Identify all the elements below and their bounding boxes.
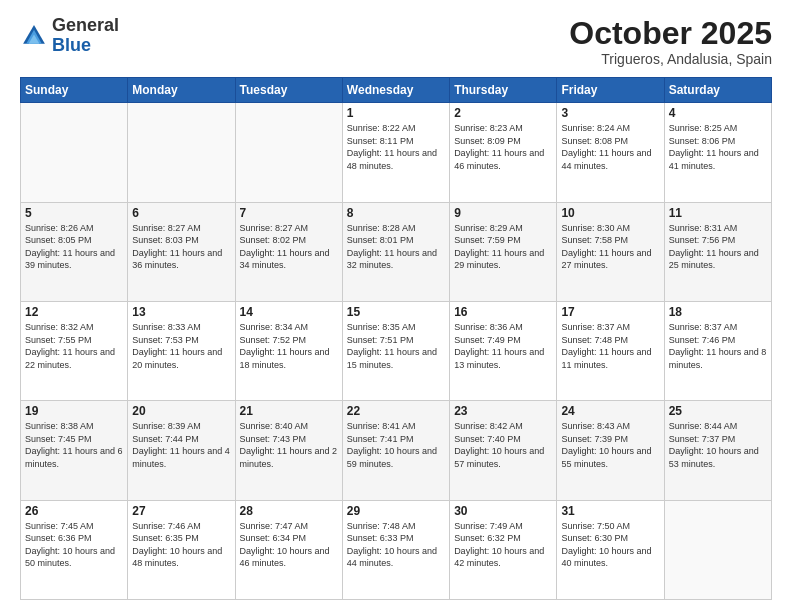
day-number: 10: [561, 206, 659, 220]
calendar-cell: [128, 103, 235, 202]
calendar-cell: 9Sunrise: 8:29 AM Sunset: 7:59 PM Daylig…: [450, 202, 557, 301]
calendar-cell: 11Sunrise: 8:31 AM Sunset: 7:56 PM Dayli…: [664, 202, 771, 301]
calendar-cell: 6Sunrise: 8:27 AM Sunset: 8:03 PM Daylig…: [128, 202, 235, 301]
col-thursday: Thursday: [450, 78, 557, 103]
calendar-cell: 8Sunrise: 8:28 AM Sunset: 8:01 PM Daylig…: [342, 202, 449, 301]
calendar-cell: 17Sunrise: 8:37 AM Sunset: 7:48 PM Dayli…: [557, 301, 664, 400]
header: General Blue October 2025 Trigueros, And…: [20, 16, 772, 67]
calendar-cell: 16Sunrise: 8:36 AM Sunset: 7:49 PM Dayli…: [450, 301, 557, 400]
day-number: 17: [561, 305, 659, 319]
day-number: 14: [240, 305, 338, 319]
day-number: 21: [240, 404, 338, 418]
calendar-cell: 29Sunrise: 7:48 AM Sunset: 6:33 PM Dayli…: [342, 500, 449, 599]
day-number: 30: [454, 504, 552, 518]
cell-info: Sunrise: 8:42 AM Sunset: 7:40 PM Dayligh…: [454, 420, 552, 470]
calendar-cell: [664, 500, 771, 599]
logo-blue-text: Blue: [52, 35, 91, 55]
calendar-cell: 10Sunrise: 8:30 AM Sunset: 7:58 PM Dayli…: [557, 202, 664, 301]
logo-icon: [20, 22, 48, 50]
calendar-cell: 18Sunrise: 8:37 AM Sunset: 7:46 PM Dayli…: [664, 301, 771, 400]
cell-info: Sunrise: 8:35 AM Sunset: 7:51 PM Dayligh…: [347, 321, 445, 371]
day-number: 7: [240, 206, 338, 220]
cell-info: Sunrise: 8:39 AM Sunset: 7:44 PM Dayligh…: [132, 420, 230, 470]
calendar-table: Sunday Monday Tuesday Wednesday Thursday…: [20, 77, 772, 600]
day-number: 3: [561, 106, 659, 120]
calendar-cell: 1Sunrise: 8:22 AM Sunset: 8:11 PM Daylig…: [342, 103, 449, 202]
col-sunday: Sunday: [21, 78, 128, 103]
cell-info: Sunrise: 8:31 AM Sunset: 7:56 PM Dayligh…: [669, 222, 767, 272]
cell-info: Sunrise: 7:48 AM Sunset: 6:33 PM Dayligh…: [347, 520, 445, 570]
calendar-cell: 4Sunrise: 8:25 AM Sunset: 8:06 PM Daylig…: [664, 103, 771, 202]
cell-info: Sunrise: 7:50 AM Sunset: 6:30 PM Dayligh…: [561, 520, 659, 570]
day-number: 18: [669, 305, 767, 319]
cell-info: Sunrise: 8:28 AM Sunset: 8:01 PM Dayligh…: [347, 222, 445, 272]
cell-info: Sunrise: 7:45 AM Sunset: 6:36 PM Dayligh…: [25, 520, 123, 570]
cell-info: Sunrise: 8:36 AM Sunset: 7:49 PM Dayligh…: [454, 321, 552, 371]
day-number: 24: [561, 404, 659, 418]
cell-info: Sunrise: 8:43 AM Sunset: 7:39 PM Dayligh…: [561, 420, 659, 470]
calendar-cell: 3Sunrise: 8:24 AM Sunset: 8:08 PM Daylig…: [557, 103, 664, 202]
cell-info: Sunrise: 8:37 AM Sunset: 7:46 PM Dayligh…: [669, 321, 767, 371]
day-number: 29: [347, 504, 445, 518]
cell-info: Sunrise: 7:47 AM Sunset: 6:34 PM Dayligh…: [240, 520, 338, 570]
calendar-cell: 15Sunrise: 8:35 AM Sunset: 7:51 PM Dayli…: [342, 301, 449, 400]
col-friday: Friday: [557, 78, 664, 103]
day-number: 11: [669, 206, 767, 220]
calendar-cell: 13Sunrise: 8:33 AM Sunset: 7:53 PM Dayli…: [128, 301, 235, 400]
calendar-week-row: 19Sunrise: 8:38 AM Sunset: 7:45 PM Dayli…: [21, 401, 772, 500]
logo: General Blue: [20, 16, 119, 56]
calendar-cell: 26Sunrise: 7:45 AM Sunset: 6:36 PM Dayli…: [21, 500, 128, 599]
calendar-cell: 22Sunrise: 8:41 AM Sunset: 7:41 PM Dayli…: [342, 401, 449, 500]
cell-info: Sunrise: 8:40 AM Sunset: 7:43 PM Dayligh…: [240, 420, 338, 470]
logo-text: General Blue: [52, 16, 119, 56]
calendar-cell: 24Sunrise: 8:43 AM Sunset: 7:39 PM Dayli…: [557, 401, 664, 500]
day-number: 16: [454, 305, 552, 319]
day-number: 4: [669, 106, 767, 120]
title-block: October 2025 Trigueros, Andalusia, Spain: [569, 16, 772, 67]
calendar-cell: 27Sunrise: 7:46 AM Sunset: 6:35 PM Dayli…: [128, 500, 235, 599]
cell-info: Sunrise: 8:44 AM Sunset: 7:37 PM Dayligh…: [669, 420, 767, 470]
cell-info: Sunrise: 8:30 AM Sunset: 7:58 PM Dayligh…: [561, 222, 659, 272]
calendar-cell: [235, 103, 342, 202]
calendar-cell: 23Sunrise: 8:42 AM Sunset: 7:40 PM Dayli…: [450, 401, 557, 500]
calendar-header-row: Sunday Monday Tuesday Wednesday Thursday…: [21, 78, 772, 103]
day-number: 26: [25, 504, 123, 518]
calendar-cell: 31Sunrise: 7:50 AM Sunset: 6:30 PM Dayli…: [557, 500, 664, 599]
cell-info: Sunrise: 8:37 AM Sunset: 7:48 PM Dayligh…: [561, 321, 659, 371]
calendar-week-row: 12Sunrise: 8:32 AM Sunset: 7:55 PM Dayli…: [21, 301, 772, 400]
day-number: 8: [347, 206, 445, 220]
calendar-cell: 28Sunrise: 7:47 AM Sunset: 6:34 PM Dayli…: [235, 500, 342, 599]
cell-info: Sunrise: 8:33 AM Sunset: 7:53 PM Dayligh…: [132, 321, 230, 371]
cell-info: Sunrise: 8:24 AM Sunset: 8:08 PM Dayligh…: [561, 122, 659, 172]
day-number: 13: [132, 305, 230, 319]
cell-info: Sunrise: 8:25 AM Sunset: 8:06 PM Dayligh…: [669, 122, 767, 172]
col-tuesday: Tuesday: [235, 78, 342, 103]
day-number: 22: [347, 404, 445, 418]
calendar-cell: 21Sunrise: 8:40 AM Sunset: 7:43 PM Dayli…: [235, 401, 342, 500]
day-number: 25: [669, 404, 767, 418]
cell-info: Sunrise: 8:38 AM Sunset: 7:45 PM Dayligh…: [25, 420, 123, 470]
day-number: 27: [132, 504, 230, 518]
page: General Blue October 2025 Trigueros, And…: [0, 0, 792, 612]
calendar-cell: 30Sunrise: 7:49 AM Sunset: 6:32 PM Dayli…: [450, 500, 557, 599]
day-number: 5: [25, 206, 123, 220]
calendar-cell: 14Sunrise: 8:34 AM Sunset: 7:52 PM Dayli…: [235, 301, 342, 400]
day-number: 1: [347, 106, 445, 120]
day-number: 6: [132, 206, 230, 220]
cell-info: Sunrise: 8:27 AM Sunset: 8:02 PM Dayligh…: [240, 222, 338, 272]
cell-info: Sunrise: 7:49 AM Sunset: 6:32 PM Dayligh…: [454, 520, 552, 570]
col-monday: Monday: [128, 78, 235, 103]
day-number: 12: [25, 305, 123, 319]
calendar-cell: 5Sunrise: 8:26 AM Sunset: 8:05 PM Daylig…: [21, 202, 128, 301]
calendar-location: Trigueros, Andalusia, Spain: [569, 51, 772, 67]
cell-info: Sunrise: 8:26 AM Sunset: 8:05 PM Dayligh…: [25, 222, 123, 272]
col-saturday: Saturday: [664, 78, 771, 103]
col-wednesday: Wednesday: [342, 78, 449, 103]
calendar-title: October 2025: [569, 16, 772, 51]
cell-info: Sunrise: 8:34 AM Sunset: 7:52 PM Dayligh…: [240, 321, 338, 371]
calendar-cell: 25Sunrise: 8:44 AM Sunset: 7:37 PM Dayli…: [664, 401, 771, 500]
cell-info: Sunrise: 8:27 AM Sunset: 8:03 PM Dayligh…: [132, 222, 230, 272]
day-number: 31: [561, 504, 659, 518]
calendar-cell: 7Sunrise: 8:27 AM Sunset: 8:02 PM Daylig…: [235, 202, 342, 301]
day-number: 9: [454, 206, 552, 220]
